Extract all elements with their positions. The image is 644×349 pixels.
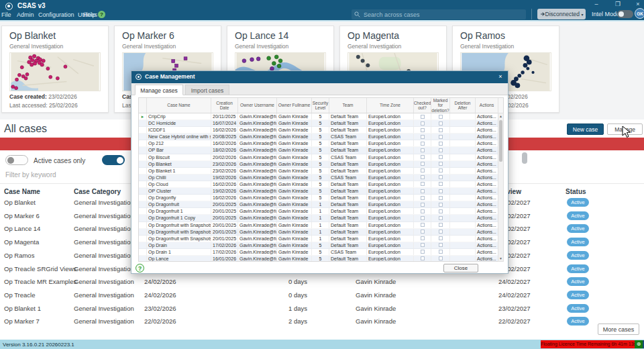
actions-button[interactable]: Actions...: [476, 127, 498, 133]
checkbox[interactable]: [421, 250, 425, 254]
marked-for-deletion-checkbox[interactable]: [431, 215, 450, 221]
checkbox[interactable]: [421, 256, 425, 260]
checkbox[interactable]: [421, 223, 425, 227]
checkbox[interactable]: [421, 148, 425, 152]
marked-for-deletion-checkbox[interactable]: [431, 154, 450, 160]
checkbox[interactable]: [421, 203, 425, 207]
checkbox[interactable]: [421, 168, 425, 172]
actions-button[interactable]: Actions...: [476, 249, 498, 255]
checkbox[interactable]: [439, 148, 443, 152]
marked-for-deletion-checkbox[interactable]: [431, 188, 450, 194]
actions-button[interactable]: Actions...: [476, 215, 498, 221]
checked-out-checkbox[interactable]: [414, 236, 431, 242]
table-row[interactable]: Op Lance16/01/2026Gavin.Kinrade@for...Ga…: [139, 256, 503, 262]
table-row[interactable]: Op Biscuit20/02/2026Gavin.Kinrade@for...…: [139, 154, 503, 161]
checked-out-checkbox[interactable]: [414, 120, 431, 126]
checkbox[interactable]: [439, 155, 443, 159]
menu-admin[interactable]: Admin: [17, 11, 34, 18]
actions-button[interactable]: Actions...: [476, 256, 498, 262]
intel-mode-toggle[interactable]: [617, 10, 633, 18]
table-row[interactable]: Op Dragonfruit with Snapshots...20/01/20…: [139, 236, 503, 242]
actions-button[interactable]: Actions...: [476, 120, 498, 126]
checkbox[interactable]: [439, 162, 443, 166]
help-icon[interactable]: ?: [98, 11, 105, 18]
checkbox[interactable]: [439, 256, 443, 260]
checkbox[interactable]: [439, 223, 443, 227]
marked-for-deletion-checkbox[interactable]: [431, 168, 450, 174]
table-row[interactable]: Op Chilli19/02/2026Gavin.Kinrade@for...G…: [139, 174, 503, 181]
checkbox[interactable]: [421, 121, 425, 126]
checkbox[interactable]: [421, 230, 425, 234]
actions-button[interactable]: Actions...: [476, 242, 498, 248]
tab-import-cases[interactable]: Import cases: [185, 85, 229, 95]
actions-button[interactable]: Actions...: [476, 188, 498, 194]
checked-out-checkbox[interactable]: [414, 134, 431, 140]
marked-for-deletion-checkbox[interactable]: [431, 249, 450, 255]
table-row[interactable]: OP Bar18/02/2026Gavin.Kinrade@for...Gavi…: [139, 147, 503, 154]
marked-for-deletion-checkbox[interactable]: [431, 236, 450, 242]
dialog-close-button[interactable]: Close: [443, 264, 478, 272]
checked-out-checkbox[interactable]: [414, 222, 431, 228]
maximize-button[interactable]: ❐: [612, 1, 624, 7]
checkbox[interactable]: [439, 142, 443, 146]
new-case-button[interactable]: New case: [567, 123, 604, 135]
table-row[interactable]: Op Drain 117/02/2026Gavin.Kinrade@for...…: [139, 249, 503, 256]
table-row[interactable]: Op Cloud16/02/2026Gavin.Kinrade@for...Ga…: [139, 181, 503, 188]
marked-for-deletion-checkbox[interactable]: [431, 127, 450, 133]
checkbox[interactable]: [439, 175, 443, 179]
table-row[interactable]: Op Dragonfly16/02/2026Gavin.Kinrade@for.…: [139, 195, 503, 201]
checked-out-checkbox[interactable]: [414, 208, 431, 214]
table-row[interactable]: Op Blanket 123/02/2026Gavin.Kinrade@for.…: [139, 168, 503, 174]
checkbox[interactable]: [439, 216, 443, 220]
case-grid-scrollbar[interactable]: ▲ ▼: [498, 113, 504, 262]
table-row[interactable]: Op Treacle MR ExamplesGeneral Investigat…: [0, 278, 644, 290]
checked-out-checkbox[interactable]: [414, 113, 431, 119]
close-window-button[interactable]: ×: [632, 1, 644, 7]
checkbox[interactable]: [421, 175, 425, 179]
checked-out-checkbox[interactable]: [414, 127, 431, 133]
checkbox[interactable]: [421, 209, 425, 213]
checked-out-checkbox[interactable]: [414, 147, 431, 153]
checkbox[interactable]: [421, 115, 425, 119]
table-row[interactable]: ICDDF116/02/2026Gavin.Kinrade@for...Gavi…: [139, 127, 503, 134]
dialog-close-icon[interactable]: ×: [496, 73, 504, 80]
actions-button[interactable]: Actions...: [476, 195, 498, 201]
table-row[interactable]: ▸CripCrip20/11/2025Gavin.Kinrade@for...G…: [139, 113, 503, 120]
marked-for-deletion-checkbox[interactable]: [431, 174, 450, 181]
marked-for-deletion-checkbox[interactable]: [431, 201, 450, 207]
dialog-help-icon[interactable]: ?: [136, 264, 144, 272]
scroll-up-icon[interactable]: ▲: [498, 114, 503, 118]
marked-for-deletion-checkbox[interactable]: [431, 229, 450, 235]
table-row[interactable]: New Case Hybrid online with sn...20/08/2…: [139, 134, 503, 140]
table-row[interactable]: Op Drain17/02/2026Gavin.Kinrade@for...Ga…: [139, 242, 503, 249]
checked-out-checkbox[interactable]: [414, 154, 431, 160]
actions-button[interactable]: Actions...: [476, 161, 498, 167]
actions-button[interactable]: Actions...: [476, 208, 498, 214]
checkbox[interactable]: [439, 189, 443, 193]
checkbox[interactable]: [439, 196, 443, 200]
marked-for-deletion-checkbox[interactable]: [431, 134, 450, 140]
checkbox[interactable]: [439, 209, 443, 213]
checked-out-checkbox[interactable]: [414, 195, 431, 201]
marked-for-deletion-checkbox[interactable]: [431, 256, 450, 262]
marked-for-deletion-checkbox[interactable]: [431, 140, 450, 146]
actions-button[interactable]: Actions...: [476, 140, 498, 146]
checkbox[interactable]: [421, 189, 425, 193]
checked-out-checkbox[interactable]: [414, 201, 431, 207]
checkbox[interactable]: [439, 230, 443, 234]
checkbox[interactable]: [439, 250, 443, 254]
table-row[interactable]: Op 21216/02/2026Gavin.Kinrade@for...Gavi…: [139, 140, 503, 147]
table-row[interactable]: Op Blanket23/02/2026Gavin.Kinrade@for...…: [139, 161, 503, 168]
marked-for-deletion-checkbox[interactable]: [431, 242, 450, 248]
checkbox[interactable]: [421, 196, 425, 200]
table-row[interactable]: Op Marker 7General Investigation22/02/20…: [0, 317, 644, 330]
checkbox[interactable]: [421, 216, 425, 220]
table-row[interactable]: Op Blanket 1General Investigation23/02/2…: [0, 305, 644, 317]
checkbox[interactable]: [421, 236, 425, 240]
actions-button[interactable]: Actions...: [476, 174, 498, 181]
marked-for-deletion-checkbox[interactable]: [431, 222, 450, 228]
checked-out-checkbox[interactable]: [414, 174, 431, 181]
scrollbar-thumb[interactable]: [499, 120, 502, 162]
checkbox[interactable]: [439, 135, 443, 139]
checkbox[interactable]: [421, 182, 425, 186]
